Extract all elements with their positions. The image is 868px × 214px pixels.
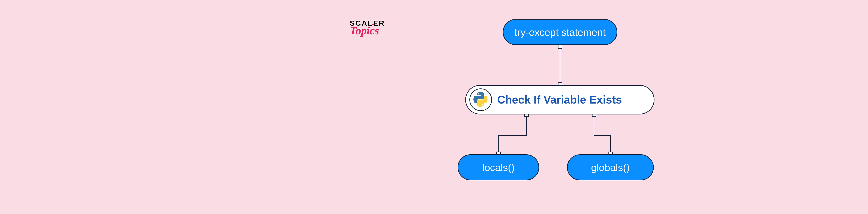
node-try-except-label: try-except statement [515, 26, 606, 38]
node-check-variable: Check If Variable Exists [465, 85, 654, 114]
python-logo-svg [473, 92, 489, 108]
logo-line2: Topics [350, 24, 379, 37]
node-locals-label: locals() [482, 162, 515, 173]
flowchart: try-except statement Check If Variable E… [448, 19, 656, 192]
node-locals: locals() [458, 154, 539, 180]
connector-bottom-left-v1 [526, 114, 527, 135]
node-check-variable-label: Check If Variable Exists [497, 93, 622, 106]
diagram-canvas: SCALER Topics try-except statement [312, 0, 729, 214]
connector-bottom-right-h [594, 135, 611, 136]
connector-bottom-left-h [499, 135, 527, 136]
node-globals: globals() [567, 154, 654, 180]
node-globals-label: globals() [591, 162, 630, 173]
node-try-except: try-except statement [503, 19, 617, 45]
connector-top [560, 45, 560, 85]
python-icon [469, 88, 492, 111]
scaler-topics-logo: SCALER Topics [350, 19, 385, 37]
connector-bottom-right-v1 [594, 114, 594, 135]
